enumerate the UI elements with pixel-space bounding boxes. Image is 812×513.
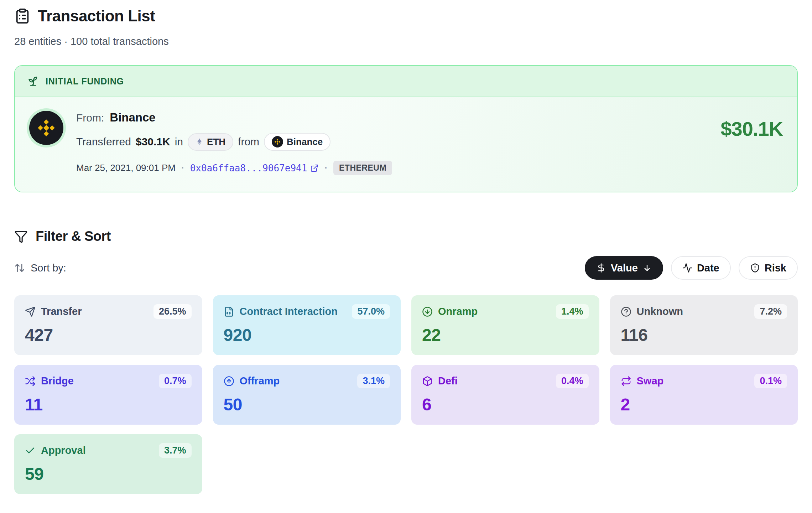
- type-card-count: 116: [621, 325, 787, 345]
- type-card-label: Offramp: [240, 375, 280, 387]
- type-card-label: Swap: [637, 375, 664, 387]
- initial-funding-banner: INITIAL FUNDING: [15, 66, 797, 97]
- type-card-top: Bridge 0.7%: [25, 374, 192, 388]
- transaction-list-page: Transaction List 28 entities · 100 total…: [0, 0, 812, 513]
- type-card-label: Transfer: [41, 306, 82, 317]
- shuffle-icon: [25, 376, 36, 387]
- type-card-count: 50: [224, 395, 390, 414]
- clipboard-list-icon: [14, 8, 31, 24]
- type-card-contract-interaction[interactable]: Contract Interaction 57.0% 920: [213, 295, 401, 355]
- type-card-percent: 3.7%: [159, 443, 192, 458]
- type-cards-grid: Transfer 26.5% 427 Contract Interaction …: [14, 295, 798, 494]
- activity-icon: [682, 263, 692, 273]
- type-card-count: 427: [25, 325, 192, 345]
- sort-buttons: Value Date Risk: [585, 256, 798, 280]
- binance-logo-icon: [36, 118, 57, 138]
- binance-mini-avatar: [272, 136, 283, 147]
- funding-content: From: Binance Transferred $30.1K in ETH …: [76, 111, 720, 175]
- transferred-label: Transferred: [76, 136, 131, 148]
- sort-button-value[interactable]: Value: [585, 256, 663, 280]
- funding-entity-name: Binance: [110, 111, 155, 124]
- type-card-swap[interactable]: Swap 0.1% 2: [610, 365, 798, 425]
- circle-arrow-down-icon: [422, 306, 433, 317]
- type-card-percent: 26.5%: [153, 304, 192, 319]
- repeat-icon: [621, 376, 631, 387]
- circle-help-icon: [621, 306, 631, 317]
- type-card-approval[interactable]: Approval 3.7% 59: [14, 434, 202, 494]
- type-card-count: 22: [422, 325, 589, 345]
- initial-funding-body: From: Binance Transferred $30.1K in ETH …: [15, 97, 797, 192]
- type-card-transfer[interactable]: Transfer 26.5% 427: [14, 295, 202, 355]
- type-card-percent: 3.1%: [357, 374, 390, 388]
- sort-by-group: Sort by:: [14, 262, 66, 274]
- sort-button-risk[interactable]: Risk: [739, 256, 798, 280]
- sort-row: Sort by: Value Date: [14, 256, 798, 280]
- initial-funding-label: INITIAL FUNDING: [46, 76, 124, 87]
- file-code-icon: [224, 306, 234, 317]
- type-card-top: Unknown 7.2%: [621, 304, 787, 319]
- chain-badge: ETHEREUM: [333, 161, 392, 175]
- box-icon: [422, 376, 433, 387]
- type-card-top: Transfer 26.5%: [25, 304, 192, 319]
- sort-button-risk-label: Risk: [765, 262, 786, 274]
- type-card-count: 920: [224, 325, 390, 345]
- type-card-count: 11: [25, 395, 192, 414]
- type-card-top: Defi 0.4%: [422, 374, 589, 388]
- funnel-icon: [14, 230, 28, 243]
- type-card-percent: 0.7%: [159, 374, 192, 388]
- type-card-top: Contract Interaction 57.0%: [224, 304, 390, 319]
- type-card-label: Defi: [438, 375, 458, 387]
- type-card-defi[interactable]: Defi 0.4% 6: [411, 365, 599, 425]
- page-subtitle: 28 entities · 100 total transactions: [14, 36, 798, 47]
- asset-badge-label: ETH: [207, 136, 225, 147]
- type-card-percent: 1.4%: [556, 304, 589, 319]
- type-card-unknown[interactable]: Unknown 7.2% 116: [610, 295, 798, 355]
- meta-separator: ·: [181, 162, 184, 173]
- tx-hash-link[interactable]: 0x0a6ffaa8...9067e941: [190, 163, 319, 173]
- filter-sort-title: Filter & Sort: [36, 229, 111, 244]
- sort-button-date[interactable]: Date: [671, 256, 731, 280]
- type-card-percent: 7.2%: [754, 304, 787, 319]
- tx-hash-text: 0x0a6ffaa8...9067e941: [190, 163, 307, 173]
- funding-meta-row: Mar 25, 2021, 09:01 PM · 0x0a6ffaa8...90…: [76, 161, 720, 175]
- type-card-percent: 0.1%: [754, 374, 787, 388]
- type-card-label: Unknown: [637, 306, 683, 317]
- funding-from-row: From: Binance: [76, 111, 720, 124]
- arrow-up-down-icon: [14, 263, 25, 273]
- check-icon: [25, 445, 36, 456]
- type-card-label: Approval: [41, 445, 86, 456]
- source-badge-binance[interactable]: Binance: [264, 133, 330, 151]
- type-card-onramp[interactable]: Onramp 1.4% 22: [411, 295, 599, 355]
- asset-badge-eth: ETH: [188, 133, 233, 151]
- type-card-offramp[interactable]: Offramp 3.1% 50: [213, 365, 401, 425]
- ethereum-icon: [196, 138, 203, 146]
- type-card-count: 59: [25, 464, 192, 484]
- transfer-amount: $30.1K: [136, 136, 170, 148]
- type-card-label: Onramp: [438, 306, 478, 317]
- filter-sort-header: Filter & Sort: [14, 229, 798, 244]
- type-card-count: 2: [621, 395, 787, 414]
- type-card-label: Bridge: [41, 375, 74, 387]
- arrow-down-icon: [642, 263, 652, 273]
- type-card-top: Offramp 3.1%: [224, 374, 390, 388]
- funding-total-amount: $30.1K: [720, 117, 783, 140]
- initial-funding-card: INITIAL FUNDING From: Binance Transf: [14, 65, 798, 192]
- page-header: Transaction List: [14, 7, 798, 25]
- dollar-icon: [596, 263, 606, 273]
- meta-separator: ·: [324, 162, 328, 173]
- circle-arrow-up-icon: [224, 376, 234, 387]
- type-card-top: Swap 0.1%: [621, 374, 787, 388]
- from-word: from: [238, 136, 259, 148]
- type-card-percent: 0.4%: [556, 374, 589, 388]
- binance-logo-icon: [274, 138, 281, 145]
- external-link-icon: [310, 164, 319, 172]
- type-card-percent: 57.0%: [352, 304, 390, 319]
- from-label: From:: [76, 112, 104, 124]
- type-card-bridge[interactable]: Bridge 0.7% 11: [14, 365, 202, 425]
- sort-by-label: Sort by:: [31, 262, 66, 274]
- source-badge-label: Binance: [287, 136, 323, 147]
- type-card-count: 6: [422, 395, 589, 414]
- sprout-icon: [27, 75, 39, 87]
- funding-transfer-row: Transferred $30.1K in ETH from: [76, 133, 720, 151]
- shield-alert-icon: [750, 263, 760, 273]
